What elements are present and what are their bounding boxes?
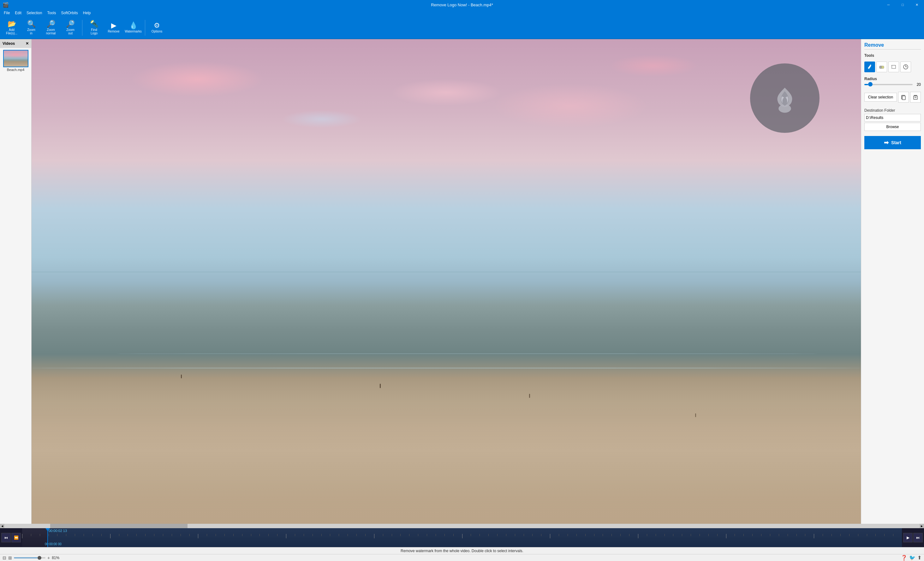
zoom-in-label: Zoomin <box>27 28 35 35</box>
svg-rect-5 <box>892 65 896 69</box>
find-logo-icon: 🔦 <box>90 21 99 27</box>
remove-button[interactable]: ▶ Remove <box>105 18 123 37</box>
video-canvas <box>32 39 861 524</box>
eraser-icon <box>879 64 885 70</box>
tick-marks: // Generate ticks inline const tickConta… <box>22 534 902 538</box>
watermark-logo <box>750 63 819 133</box>
play-button[interactable]: ▶ <box>903 533 913 542</box>
brush-tool-button[interactable] <box>864 61 875 72</box>
videos-panel: Videos ✕ Beach.mp4 <box>0 39 32 524</box>
rect-icon <box>891 64 897 70</box>
start-button[interactable]: ➡ Start <box>864 136 921 149</box>
radius-slider[interactable] <box>864 84 913 85</box>
zoom-out-icon[interactable]: ⊞ <box>8 555 12 560</box>
toolbar: 📂 AddFile(s)... 🔍 Zoomin 🔎 Zoomnormal 🔍 … <box>0 16 924 39</box>
menu-softorbits[interactable]: SoftOrbits <box>58 10 80 16</box>
right-panel-title: Remove <box>864 42 921 49</box>
menu-file[interactable]: File <box>1 10 12 16</box>
brush-icon <box>867 64 873 70</box>
twitter-icon[interactable]: 🐦 <box>909 555 915 561</box>
horizontal-scrollbar: ◀ ▶ <box>0 524 924 528</box>
go-to-start-button[interactable]: ⏮ <box>1 533 11 542</box>
main-area: Videos ✕ Beach.mp4 <box>0 39 924 524</box>
radius-thumb[interactable] <box>868 82 873 87</box>
tools-row <box>864 61 921 72</box>
eraser-tool-button[interactable] <box>876 61 887 72</box>
zoom-normal-icon: 🔎 <box>47 21 55 27</box>
clock-icon <box>903 64 909 70</box>
destination-folder-label: Destination Folder <box>864 108 921 113</box>
app-icon: 🎬 <box>3 2 9 8</box>
watermarks-label: Watermarks <box>125 30 142 33</box>
menubar: File Edit Selection Tools SoftOrbits Hel… <box>0 9 924 16</box>
status-message: Remove watermark from the whole video. D… <box>400 549 524 553</box>
find-logo-label: FindLogo <box>91 28 98 35</box>
paste-frame-button[interactable] <box>910 92 921 103</box>
zoom-in-icon: 🔍 <box>27 21 36 27</box>
prev-frame-button[interactable]: ⏪ <box>11 533 21 542</box>
zoom-out-label: Zoomout <box>66 28 75 35</box>
rect-tool-button[interactable] <box>888 61 899 72</box>
help-icon[interactable]: ❓ <box>901 555 907 561</box>
current-time-label: 00:00:02 13 <box>49 529 49 533</box>
options-button[interactable]: ⚙ Options <box>148 18 166 37</box>
zoom-icons-left: ⊟ <box>3 555 6 560</box>
browse-button[interactable]: Browse <box>864 123 921 131</box>
svg-rect-3 <box>881 66 884 69</box>
toolbar-separator-1 <box>82 20 82 36</box>
timeline-right-controls: ▶ ⏭ <box>902 532 924 544</box>
paste-icon <box>913 94 918 100</box>
zoom-in-button[interactable]: 🔍 Zoomin <box>22 18 40 37</box>
share-icon[interactable]: ⬆ <box>917 555 921 561</box>
status-bar: Remove watermark from the whole video. D… <box>0 547 924 554</box>
add-files-icon: 📂 <box>8 21 16 27</box>
beach-scene <box>32 39 861 524</box>
titlebar: 🎬 Remove Logo Now! - Beach.mp4* ─ □ ✕ <box>0 0 924 9</box>
zoom-bar: ⊟ ⊞ + 81% ❓ 🐦 ⬆ <box>0 554 924 561</box>
remove-icon: ▶ <box>111 22 117 29</box>
radius-label: Radius <box>864 77 921 81</box>
maximize-button[interactable]: □ <box>896 0 910 9</box>
right-panel: Remove Tools <box>861 39 924 524</box>
destination-input[interactable] <box>864 114 921 121</box>
watermarks-button[interactable]: 💧 Watermarks <box>124 18 142 37</box>
video-area[interactable] <box>32 39 861 524</box>
zoom-thumb[interactable] <box>38 556 41 560</box>
go-to-end-button[interactable]: ⏭ <box>913 533 923 542</box>
zoom-out-button[interactable]: 🔍 Zoomout <box>61 18 80 37</box>
interval-tool-button[interactable] <box>900 61 911 72</box>
timeline-background: // Generate ticks inline const tickConta… <box>22 528 902 547</box>
zoom-slider[interactable] <box>14 557 45 558</box>
options-icon: ⚙ <box>154 22 160 29</box>
add-files-button[interactable]: 📂 AddFile(s)... <box>3 18 21 37</box>
menu-tools[interactable]: Tools <box>45 10 58 16</box>
zoom-normal-button[interactable]: 🔎 Zoomnormal <box>42 18 60 37</box>
timeline-ruler[interactable]: // Generate ticks inline const tickConta… <box>22 528 902 547</box>
scroll-left-button[interactable]: ◀ <box>0 524 4 528</box>
copy-to-frame-button[interactable] <box>898 92 909 103</box>
svg-rect-10 <box>902 96 905 100</box>
timeline: ⏮ ⏪ // Generate ticks inline const tickC… <box>0 528 924 547</box>
zoom-out-icon: 🔍 <box>66 21 75 27</box>
start-arrow-icon: ➡ <box>884 139 889 146</box>
zoom-normal-label: Zoomnormal <box>46 28 56 35</box>
clear-selection-button[interactable]: Clear selection <box>864 93 897 102</box>
timeline-left-controls: ⏮ ⏪ <box>0 532 22 544</box>
copy-frames-icon <box>901 94 906 100</box>
videos-close-icon[interactable]: ✕ <box>26 41 29 46</box>
find-logo-button[interactable]: 🔦 FindLogo <box>85 18 103 37</box>
video-thumbnail-item[interactable]: Beach.mp4 <box>3 50 28 72</box>
close-button[interactable]: ✕ <box>910 0 924 9</box>
timeline-playhead[interactable]: 00:00:02 13 <box>47 528 48 547</box>
title-text: Remove Logo Now! - Beach.mp4* <box>431 3 493 7</box>
menu-selection[interactable]: Selection <box>24 10 45 16</box>
toolbar-separator-2 <box>145 20 145 36</box>
videos-title: Videos <box>3 41 15 46</box>
minimize-button[interactable]: ─ <box>881 0 896 9</box>
menu-help[interactable]: Help <box>81 10 93 16</box>
scroll-thumb[interactable] <box>50 524 188 528</box>
remove-label: Remove <box>108 30 119 33</box>
scroll-right-button[interactable]: ▶ <box>920 524 924 528</box>
menu-edit[interactable]: Edit <box>12 10 24 16</box>
zoom-in-icon[interactable]: + <box>47 555 50 560</box>
